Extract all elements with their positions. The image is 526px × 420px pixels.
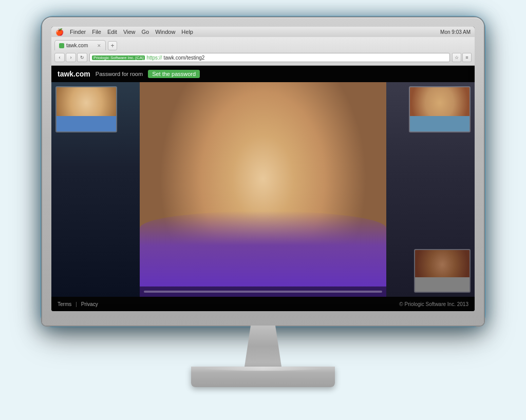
browser-actions: ☆ ≡	[452, 53, 472, 62]
browser-content: 🍎 Finder File Edit View Go Window Help M…	[51, 27, 475, 311]
menubar-left: 🍎 Finder File Edit View Go Window Help	[55, 28, 193, 36]
forward-button[interactable]: ›	[66, 53, 76, 62]
password-room-label: Password for room	[96, 71, 143, 77]
menubar-right: Mon 9:03 AM	[440, 29, 471, 35]
tab-title: tawk.com	[66, 43, 88, 48]
main-video-person	[140, 82, 386, 297]
app-logo: tawk.com	[58, 70, 90, 78]
new-tab-button[interactable]: +	[108, 41, 117, 50]
monitor-container: 🍎 Finder File Edit View Go Window Help M…	[42, 17, 484, 403]
browser-chrome: tawk.com ✕ + ‹ › ↻	[51, 37, 475, 66]
back-button[interactable]: ‹	[54, 53, 65, 62]
address-bar-row: ‹ › ↻ Priologic Software Inc. [CA] https…	[54, 52, 472, 63]
monitor-outer: 🍎 Finder File Edit View Go Window Help M…	[42, 17, 484, 326]
footer-separator: |	[76, 301, 77, 307]
set-password-button[interactable]: Set the password	[148, 70, 200, 78]
app-header: tawk.com Password for room Set the passw…	[51, 66, 475, 82]
monitor-stand-neck	[232, 326, 294, 367]
menu-button[interactable]: ≡	[462, 53, 472, 62]
stand-base-highlight	[201, 367, 325, 371]
terms-link[interactable]: Terms	[58, 301, 71, 307]
participant-1-video	[57, 87, 116, 131]
main-video	[140, 82, 386, 297]
url-https: https://	[146, 55, 162, 61]
thumbnail-video-1[interactable]	[55, 86, 117, 132]
thumbnail-video-3[interactable]: ◀	[414, 249, 471, 293]
progress-bar[interactable]	[144, 291, 382, 293]
participant-2-video	[410, 87, 469, 131]
menubar-time: Mon 9:03 AM	[440, 29, 471, 35]
tab-close-button[interactable]: ✕	[97, 43, 101, 48]
tab-bar: tawk.com ✕ +	[54, 39, 472, 50]
menubar-file[interactable]: File	[92, 29, 101, 35]
url-domain: tawk.com/testing2	[163, 55, 204, 61]
video-area: ◀	[51, 82, 475, 297]
ssl-badge: Priologic Software Inc. [CA]	[92, 55, 145, 60]
thumbnail-video-2[interactable]	[409, 86, 471, 132]
menubar-help[interactable]: Help	[181, 29, 193, 35]
menubar: 🍎 Finder File Edit View Go Window Help M…	[51, 27, 475, 37]
footer-left: Terms | Privacy	[58, 301, 98, 307]
menubar-finder[interactable]: Finder	[70, 29, 86, 35]
tab-favicon-icon	[59, 43, 64, 48]
privacy-link[interactable]: Privacy	[81, 301, 98, 307]
apple-logo-icon[interactable]: 🍎	[55, 28, 64, 36]
browser-body: tawk.com Password for room Set the passw…	[51, 66, 475, 311]
footer-copyright: © Priologic Software Inc. 2013	[399, 301, 468, 307]
menubar-edit[interactable]: Edit	[107, 29, 117, 35]
monitor-stand-base	[191, 367, 335, 387]
browser-tab[interactable]: tawk.com ✕	[54, 40, 106, 50]
participant-3-video	[415, 250, 469, 292]
nav-buttons: ‹ › ↻	[54, 53, 87, 62]
video-controls	[140, 287, 386, 297]
refresh-button[interactable]: ↻	[77, 53, 87, 62]
menubar-go[interactable]: Go	[142, 29, 149, 35]
menubar-view[interactable]: View	[123, 29, 136, 35]
monitor-screen: 🍎 Finder File Edit View Go Window Help M…	[51, 27, 475, 311]
monitor-bezel: 🍎 Finder File Edit View Go Window Help M…	[42, 17, 484, 326]
address-bar[interactable]: Priologic Software Inc. [CA] https:// ta…	[89, 53, 450, 62]
bookmark-button[interactable]: ☆	[452, 53, 461, 62]
menubar-window[interactable]: Window	[155, 29, 175, 35]
app-footer: Terms | Privacy © Priologic Software Inc…	[51, 297, 475, 311]
